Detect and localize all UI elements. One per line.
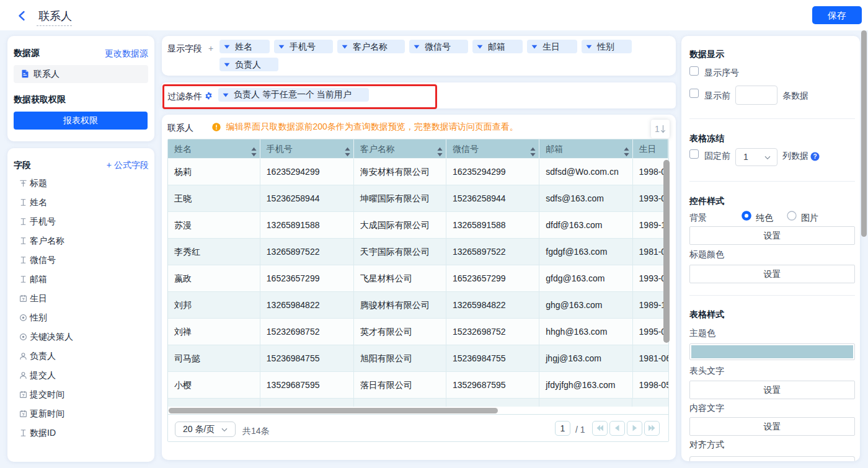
svg-text:?: ? <box>813 153 817 160</box>
